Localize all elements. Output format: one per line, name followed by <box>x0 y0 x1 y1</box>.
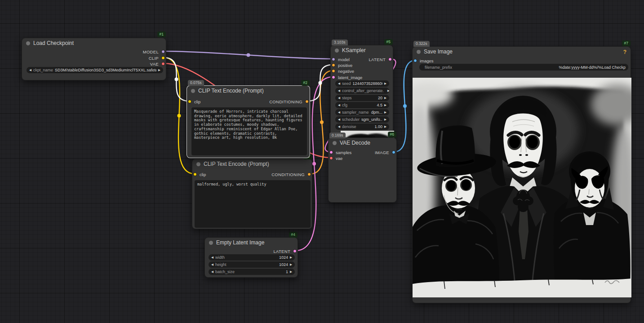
output-image[interactable]: IMAGE <box>375 150 395 155</box>
input-clip[interactable]: clip <box>188 99 200 104</box>
node-vae-decode[interactable]: 0.169s #6 VAE Decode samples vae IMAGE <box>328 137 397 203</box>
node-empty-latent-image[interactable]: #4 Empty Latent Image LATENT ◀ width 102… <box>204 237 298 278</box>
decrement-arrow-icon[interactable]: ◀ <box>29 68 31 72</box>
output-latent[interactable]: LATENT <box>273 248 297 254</box>
input-model[interactable]: model <box>332 57 350 62</box>
decrement-arrow-icon[interactable]: ◀ <box>211 256 213 259</box>
ckpt-name-widget[interactable]: ◀ ckpt_name SD3M/stableDiffusion3SD3_sd3… <box>27 67 163 73</box>
node-title-bar[interactable]: Load Checkpoint <box>22 38 166 48</box>
collapse-dot-icon[interactable] <box>417 50 421 54</box>
width-widget[interactable]: ◀ width 1024 ▶ <box>209 254 295 261</box>
decrement-arrow-icon[interactable]: ◀ <box>338 103 340 107</box>
increment-arrow-icon[interactable]: ▶ <box>290 263 292 266</box>
vae-port-icon[interactable] <box>329 156 333 160</box>
collapse-dot-icon[interactable] <box>335 49 339 53</box>
positive-prompt-textarea[interactable]: Masquerade of Horrors, intricate charcoa… <box>191 107 307 155</box>
decrement-arrow-icon[interactable]: ◀ <box>338 118 340 121</box>
collapse-dot-icon[interactable] <box>209 241 213 245</box>
control-after-generate-widget[interactable]: ◀ control_after_generate. ▶ <box>335 88 389 94</box>
collapse-dot-icon[interactable] <box>26 41 30 45</box>
steps-widget[interactable]: ◀ steps 20 ▶ <box>335 95 389 101</box>
latent-port-icon[interactable] <box>329 150 333 154</box>
decrement-arrow-icon[interactable]: ◀ <box>211 263 213 266</box>
output-conditioning[interactable]: CONDITIONING <box>271 172 311 177</box>
denoise-widget[interactable]: ◀ denoise 1.00 ▶ <box>335 124 389 130</box>
node-id-badge: #1 <box>157 31 166 37</box>
decrement-arrow-icon[interactable]: ◀ <box>338 111 340 114</box>
node-title-bar[interactable]: Empty Latent Image <box>205 238 298 248</box>
latent-port-icon[interactable] <box>332 75 335 79</box>
sampler-name-widget[interactable]: ◀ sampler_name dpm... ▶ <box>335 109 389 115</box>
increment-arrow-icon[interactable]: ▶ <box>387 89 389 93</box>
node-clip-text-encode-positive[interactable]: 0.075s #2 CLIP Text Encode (Prompt) clip… <box>187 85 310 158</box>
input-negative[interactable]: negative <box>332 68 354 74</box>
output-model[interactable]: MODEL <box>143 49 165 54</box>
node-id-badge: #2 <box>301 80 310 86</box>
conditioning-port-icon[interactable] <box>332 69 335 73</box>
seed-widget[interactable]: ◀ seed 124407352886065 ▶ <box>335 80 389 87</box>
decrement-arrow-icon[interactable]: ◀ <box>211 270 213 274</box>
image-port-icon[interactable] <box>413 59 417 62</box>
latent-port-icon[interactable] <box>293 249 297 253</box>
decrement-arrow-icon[interactable]: ◀ <box>338 89 340 93</box>
filename-prefix-widget[interactable]: filename_prefix %date:yyyy-MM-dd%/%Load … <box>419 64 628 71</box>
increment-arrow-icon[interactable]: ▶ <box>290 270 292 274</box>
scheduler-widget[interactable]: ◀ scheduler sgm_unifo... ▶ <box>335 116 389 123</box>
collapse-dot-icon[interactable] <box>191 89 195 93</box>
latent-port-icon[interactable] <box>388 58 392 61</box>
node-title-bar[interactable]: CLIP Text Encode (Prompt) <box>187 86 310 96</box>
comfyui-canvas[interactable]: #1 Load Checkpoint MODEL CLIP VAE ◀ ckpt… <box>0 0 644 323</box>
increment-arrow-icon[interactable]: ▶ <box>384 111 386 114</box>
node-id-badge: #7 <box>622 40 631 46</box>
collapse-dot-icon[interactable] <box>333 141 337 145</box>
execution-time-badge: 3.103s <box>332 40 348 45</box>
input-latent-image[interactable]: latent_image <box>332 75 362 80</box>
output-latent[interactable]: LATENT <box>369 57 392 62</box>
input-samples[interactable]: samples <box>329 150 351 155</box>
image-port-icon[interactable] <box>392 150 395 154</box>
input-images[interactable]: images <box>413 58 434 63</box>
node-id-badge: #6 <box>388 132 396 137</box>
increment-arrow-icon[interactable]: ▶ <box>384 118 386 121</box>
batch-size-widget[interactable]: ◀ batch_size 1 ▶ <box>209 269 295 275</box>
node-ksampler[interactable]: 3.103s #5 KSampler model positive negati… <box>330 45 393 139</box>
node-save-image[interactable]: 0.322s #7 Save Image ? images filename_p… <box>412 46 631 303</box>
decrement-arrow-icon[interactable]: ◀ <box>338 96 340 100</box>
collapse-dot-icon[interactable] <box>196 162 200 166</box>
conditioning-port-icon[interactable] <box>332 63 335 67</box>
cfg-widget[interactable]: ◀ cfg 4.5 ▶ <box>335 102 389 108</box>
increment-arrow-icon[interactable]: ▶ <box>384 82 386 85</box>
increment-arrow-icon[interactable]: ▶ <box>158 68 160 72</box>
increment-arrow-icon[interactable]: ▶ <box>384 125 386 128</box>
output-clip[interactable]: CLIP <box>149 55 165 61</box>
node-load-checkpoint[interactable]: #1 Load Checkpoint MODEL CLIP VAE ◀ ckpt… <box>22 38 166 80</box>
decrement-arrow-icon[interactable]: ◀ <box>338 82 340 85</box>
node-title-bar[interactable]: CLIP Text Encode (Prompt) <box>192 159 312 169</box>
input-vae[interactable]: vae <box>329 155 342 161</box>
input-clip[interactable]: clip <box>193 172 206 177</box>
increment-arrow-icon[interactable]: ▶ <box>384 103 386 107</box>
model-port-icon[interactable] <box>332 58 335 61</box>
conditioning-port-icon[interactable] <box>307 173 311 176</box>
model-port-icon[interactable] <box>161 50 165 53</box>
node-title: VAE Decode <box>340 140 370 146</box>
output-vae[interactable]: VAE <box>150 61 165 66</box>
clip-port-icon[interactable] <box>161 56 165 60</box>
input-positive[interactable]: positive <box>332 62 352 68</box>
node-title-bar[interactable]: VAE Decode <box>329 138 396 148</box>
vae-port-icon[interactable] <box>161 62 165 66</box>
clip-port-icon[interactable] <box>193 173 197 176</box>
conditioning-port-icon[interactable] <box>305 100 309 103</box>
help-icon[interactable]: ? <box>623 49 626 55</box>
increment-arrow-icon[interactable]: ▶ <box>290 256 292 259</box>
node-clip-text-encode-negative[interactable]: #3 CLIP Text Encode (Prompt) clip CONDIT… <box>192 159 312 229</box>
clip-port-icon[interactable] <box>188 100 191 103</box>
node-title-bar[interactable]: Save Image <box>413 47 631 57</box>
node-id-badge: #4 <box>289 232 298 238</box>
output-conditioning[interactable]: CONDITIONING <box>269 99 309 104</box>
negative-prompt-textarea[interactable]: malformed, ugly, worst quality <box>195 180 311 228</box>
decrement-arrow-icon[interactable]: ◀ <box>338 125 340 128</box>
height-widget[interactable]: ◀ height 1024 ▶ <box>209 261 295 268</box>
increment-arrow-icon[interactable]: ▶ <box>384 96 386 100</box>
node-title-bar[interactable]: KSampler <box>331 45 393 55</box>
